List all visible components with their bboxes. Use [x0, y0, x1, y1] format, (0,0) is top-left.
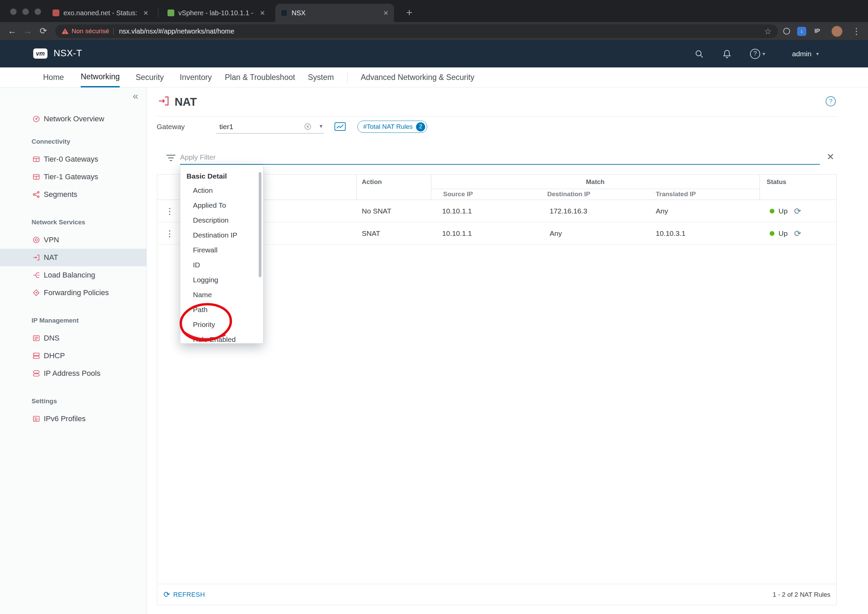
sidebar-item-label: Network Overview [44, 115, 104, 123]
sidebar-item-dhcp[interactable]: DHCP [0, 347, 146, 364]
ip-extension-icon[interactable]: IP [810, 25, 825, 38]
dropdown-item-action[interactable]: Action [180, 183, 263, 198]
browser-tab-1[interactable]: exo.naoned.net - Status: Dashb ✕ [47, 4, 154, 22]
help-menu[interactable]: ? ▾ [750, 49, 765, 59]
ring-icon [783, 28, 790, 34]
sidebar-item-vpn[interactable]: VPN [0, 231, 146, 249]
sidebar-item-ipv6-profiles[interactable]: IPv6 Profiles [0, 410, 146, 428]
sidebar-item-tier0-gateways[interactable]: Tier-0 Gateways [0, 150, 146, 168]
status-refresh-icon[interactable]: ⟳ [794, 228, 801, 238]
search-icon[interactable] [694, 49, 704, 59]
tab-plan-troubleshoot[interactable]: Plan & Troubleshoot [225, 67, 295, 87]
browser-tab-2[interactable]: vSphere - lab-10.10.1.1 - Summa ✕ [162, 4, 270, 22]
total-nat-rules-badge[interactable]: #Total NAT Rules 2 [357, 121, 427, 133]
security-badge[interactable]: Non sécurisé [71, 28, 109, 35]
sidebar-item-label: Segments [44, 190, 77, 199]
sidebar-item-network-overview[interactable]: Network Overview [0, 110, 146, 128]
dropdown-item-destination-ip[interactable]: Destination IP [180, 228, 263, 243]
sidebar-item-label: IP Address Pools [44, 369, 100, 378]
sidebar-item-label: Tier-0 Gateways [44, 155, 98, 164]
dropdown-item-rule-enabled[interactable]: Rule Enabled [180, 332, 263, 344]
page-help-icon[interactable]: ? [826, 96, 836, 106]
row-menu-icon[interactable]: ⋮ [165, 206, 174, 216]
cell-source-ip: 10.10.1.1 [442, 207, 472, 215]
forward-icon[interactable]: → [20, 22, 35, 40]
window-zoom-button[interactable] [34, 8, 41, 15]
status-refresh-icon[interactable]: ⟳ [794, 206, 801, 216]
sidebar-section-settings: Settings [0, 392, 146, 410]
browser-menu-icon[interactable]: ⋮ [850, 25, 863, 38]
column-divider [759, 175, 760, 200]
dropdown-item-name[interactable]: Name [180, 287, 263, 302]
status-text: Up [778, 229, 788, 237]
tab-advanced-networking[interactable]: Advanced Networking & Security [361, 67, 474, 87]
statistics-icon[interactable] [334, 122, 346, 132]
chevron-down-icon[interactable]: ▾ [319, 122, 323, 130]
main-content: NAT ? Gateway tier1 ▾ #Total NAT Rules 2… [147, 87, 868, 614]
extension-icon[interactable] [780, 25, 793, 38]
badge-label: #Total NAT Rules [363, 123, 413, 130]
tab-close-icon[interactable]: ✕ [143, 9, 149, 17]
tab-inventory[interactable]: Inventory [180, 67, 212, 87]
bookmark-star-icon[interactable]: ☆ [764, 26, 772, 36]
back-icon[interactable]: ← [5, 22, 20, 40]
sidebar-item-label: NAT [44, 253, 58, 262]
tab-separator [158, 8, 158, 17]
sidebar-item-load-balancing[interactable]: Load Balancing [0, 266, 146, 284]
dropdown-item-id[interactable]: ID [180, 257, 263, 273]
reload-icon[interactable]: ⟳ [36, 22, 51, 40]
tab-close-icon[interactable]: ✕ [383, 9, 388, 17]
sidebar-item-forwarding-policies[interactable]: Forwarding Policies [0, 284, 146, 302]
sidebar-item-dns[interactable]: DNS [0, 329, 146, 347]
url-text[interactable]: nsx.vlab/nsx/#/app/networks/nat/home [119, 28, 234, 35]
window-controls[interactable] [10, 8, 41, 15]
title-divider [157, 116, 837, 116]
window-minimize-button[interactable] [22, 8, 29, 15]
clear-selection-icon[interactable] [304, 122, 312, 130]
column-divider [356, 175, 357, 200]
network-overview-icon [32, 115, 40, 123]
tab-system[interactable]: System [308, 67, 334, 87]
profile-avatar[interactable] [829, 25, 844, 38]
tab-home[interactable]: Home [43, 67, 64, 87]
row-menu-icon[interactable]: ⋮ [165, 228, 174, 238]
column-header-match: Match [431, 178, 759, 186]
sidebar-item-tier1-gateways[interactable]: Tier-1 Gateways [0, 168, 146, 186]
tab-close-icon[interactable]: ✕ [260, 9, 265, 17]
cell-translated-ip: Any [656, 207, 668, 215]
user-menu[interactable]: admin ▾ [792, 50, 819, 58]
kebab-icon: ⋮ [852, 26, 861, 37]
filter-icon [165, 153, 176, 163]
dropdown-item-logging[interactable]: Logging [180, 273, 263, 287]
browser-tab-active[interactable]: NSX ✕ [275, 4, 394, 22]
tab-title: vSphere - lab-10.10.1.1 - Summa [179, 9, 256, 17]
dropdown-item-path[interactable]: Path [180, 302, 263, 317]
dropdown-item-priority[interactable]: Priority [180, 317, 263, 332]
tab-networking[interactable]: Networking [81, 67, 120, 87]
browser-tabstrip: exo.naoned.net - Status: Dashb ✕ vSphere… [0, 0, 868, 22]
gateway-label: Gateway [157, 122, 185, 131]
sidebar-item-ip-address-pools[interactable]: IP Address Pools [0, 364, 146, 382]
dns-icon [32, 334, 40, 342]
dropdown-item-description[interactable]: Description [180, 213, 263, 228]
dropdown-item-applied-to[interactable]: Applied To [180, 198, 263, 213]
download-extension-icon[interactable]: ↓ [795, 25, 808, 38]
refresh-button[interactable]: ⟳ REFRESH [163, 590, 205, 599]
notifications-bell-icon[interactable] [722, 49, 732, 59]
address-bar[interactable]: Non sécurisé nsx.vlab/nsx/#/app/networks… [55, 25, 778, 38]
sidebar-collapse-icon[interactable]: « [133, 91, 138, 101]
gateway-select[interactable]: tier1 ▾ [216, 120, 324, 133]
sidebar-item-segments[interactable]: Segments [0, 186, 146, 203]
tab-security[interactable]: Security [136, 67, 164, 87]
tab-title: exo.naoned.net - Status: Dashb [64, 9, 139, 17]
new-tab-button[interactable]: + [402, 5, 417, 20]
filter-close-icon[interactable]: ✕ [827, 152, 834, 162]
sidebar-item-nat[interactable]: NAT [0, 249, 146, 266]
badge-count: 2 [416, 122, 425, 132]
dropdown-scrollbar[interactable] [259, 172, 261, 277]
sidebar-section-ip-management: IP Management [0, 312, 146, 329]
filter-input[interactable] [180, 150, 820, 165]
window-close-button[interactable] [10, 8, 17, 15]
dropdown-item-firewall[interactable]: Firewall [180, 243, 263, 257]
browser-chrome: exo.naoned.net - Status: Dashb ✕ vSphere… [0, 0, 868, 40]
